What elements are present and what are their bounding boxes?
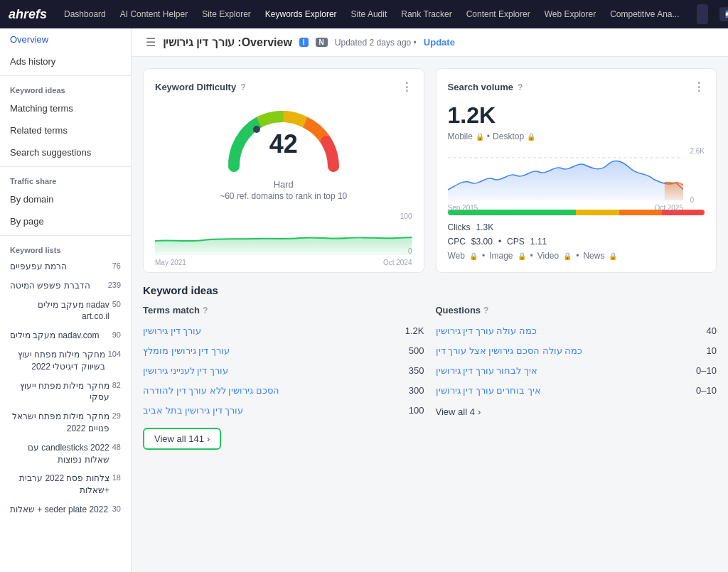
lock-image: 🔒 [518,252,526,260]
list-item[interactable]: nadav.com מעקב מילים 90 [0,326,131,345]
list-item[interactable]: מחקר מילות מפתח יעוץ בשיווק דיגיטלי 2022… [0,345,131,377]
sidebar-item-by-domain[interactable]: By domain [0,188,131,210]
sidebar-item-overview[interactable]: Overview [0,28,131,50]
country-selector[interactable]: 🇮🇱 Israel ▾ [719,7,728,21]
list-item[interactable]: seder plate 2022 + שאלות 30 [0,500,131,519]
list-item[interactable]: מחקר מילות מפתח ישראל פנויים 2022 29 [0,407,131,438]
keyword-ideas-grid: Terms match ? עורך דין גירושין 1.2K עורך… [143,305,717,450]
sparkline-y-max: 100 [400,212,412,220]
cps-label: CPS [507,237,525,247]
ki-qcount-3: 0–10 [696,385,717,396]
main-layout: Overview Ads history Keyword ideas Match… [0,28,728,572]
ki-question-row: כמה עולה עורך דין גירושין 40 [436,321,717,341]
image-link[interactable]: Image [489,251,513,261]
cards-grid: Keyword Difficulty ? ⋮ [132,57,728,284]
sidebar-item-ads-history[interactable]: Ads history [0,50,131,72]
list-item[interactable]: הרמת עפעפיים 76 [0,257,131,276]
cpc-value: $3.00 [471,237,493,247]
view-all-questions-link[interactable]: View all 4 › [436,406,481,417]
view-all-questions-label: View all 4 [436,406,475,417]
logo: ahrefs [9,7,47,22]
sv-chart-y-min: 0 [690,196,705,204]
sv-serp-features: Web 🔒 • Image 🔒 • Video 🔒 • News 🔒 [448,251,705,261]
ki-question-3[interactable]: איך בוחרים עורך דין גירושין [436,385,541,396]
kd-sublabel: ~60 ref. domains to rank in top 10 [220,191,347,201]
updated-text: Updated 2 days ago • [335,38,417,48]
news-link[interactable]: News [583,251,604,261]
ki-term-4[interactable]: עורך דין גירושין בתל אביב [143,405,243,416]
sv-chart: 2.6K 0 [448,147,705,204]
kd-gauge-container: 42 Hard ~60 ref. domains to rank in top … [155,102,412,255]
sv-chart-svg [448,147,684,204]
nav-keywords-explorer[interactable]: Keywords Explorer [259,6,343,22]
questions-help-icon[interactable]: ? [483,306,488,315]
terms-match-title: Terms match ? [143,305,424,315]
nav-rank-tracker[interactable]: Rank Tracker [395,6,457,22]
ki-qcount-1: 10 [707,345,717,356]
ki-term-row: עורך דין גירושין 1.2K [143,321,424,341]
list-item[interactable]: candlesticks 2022 עם שאלות נפוצות 48 [0,438,131,470]
ki-term-row: עורך דין גירושין בתל אביב 100 [143,401,424,421]
sv-help-icon[interactable]: ? [518,82,523,92]
sv-sub-info: Mobile 🔒 • Desktop 🔒 [448,131,705,141]
nav-ai-content[interactable]: AI Content Helper [114,6,193,22]
nav-competitive-analysis[interactable]: Competitive Ana... [604,6,685,22]
sparkline-y-min: 0 [408,247,412,255]
lock-web: 🔒 [469,252,478,260]
ki-question-0[interactable]: כמה עולה עורך דין גירושין [436,325,537,336]
keyword-difficulty-card: Keyword Difficulty ? ⋮ [143,68,424,273]
terms-match-help-icon[interactable]: ? [203,306,208,315]
kd-help-icon[interactable]: ? [240,82,245,92]
update-link[interactable]: Update [424,37,455,48]
view-all-terms-label: View all 141 [154,433,204,444]
ki-question-2[interactable]: איך לבחור עורך דין גירושין [436,365,537,376]
sv-mobile-label: Mobile [448,131,473,141]
ki-term-1[interactable]: עורך דין גירושין מומלץ [143,345,230,356]
sv-clicks-row: Clicks 1.3K [448,222,705,232]
flag-icon: 🇮🇱 [725,9,728,19]
gauge-wrapper: 42 [220,102,348,173]
sv-desktop-label: Desktop [493,131,524,141]
sparkline-labels: May 2021 Oct 2024 [155,259,412,266]
sparkline-svg [155,212,412,255]
list-item[interactable]: הדברת פשפש המיטה 239 [0,276,131,296]
sidebar-item-search-suggestions[interactable]: Search suggestions [0,141,131,163]
ki-question-1[interactable]: כמה עולה הסכם גירושין אצל עורך דין [436,345,583,356]
nav-site-explorer[interactable]: Site Explorer [196,6,257,22]
badge-i: I [299,38,309,47]
nav-site-audit[interactable]: Site Audit [346,6,393,22]
clicks-label: Clicks [448,222,471,232]
sv-menu-icon[interactable]: ⋮ [693,80,705,94]
ki-term-row: הסכם גירושין ללא עורך דין להודרה 300 [143,381,424,401]
ki-term-0[interactable]: עורך דין גירושין [143,325,201,336]
list-item[interactable]: מחקר מילות מפתח ייעוץ עסקי 82 [0,377,131,408]
search-bar[interactable]: עורך דין גירושין [697,4,708,24]
ki-count-0: 1.2K [405,325,424,336]
search-volume-card: Search volume ? ⋮ 1.2K Mobile 🔒 • Deskto… [436,68,717,273]
nav-web-explorer[interactable]: Web Explorer [539,6,601,22]
ki-count-4: 100 [409,405,424,416]
view-all-terms-button[interactable]: View all 141 › [143,428,221,450]
badge-n: N [316,38,328,47]
sidebar-item-by-page[interactable]: By page [0,210,131,232]
sidebar-item-matching-terms[interactable]: Matching terms [0,97,131,119]
questions-column: Questions ? כמה עולה עורך דין גירושין 40… [436,305,717,450]
ki-term-3[interactable]: הסכם גירושין ללא עורך דין להודרה [143,385,279,396]
lock-icon-mobile: 🔒 [476,133,484,141]
terms-match-label: Terms match [143,305,200,315]
ki-term-2[interactable]: עורך דין לענייני גירושין [143,365,228,376]
kd-value: 42 [269,129,298,159]
sidebar: Overview Ads history Keyword ideas Match… [0,28,132,572]
list-item[interactable]: צלחות פסח 2022 ערבית +שאלות 18 [0,469,131,500]
web-link[interactable]: Web [448,251,465,261]
sidebar-item-related-terms[interactable]: Related terms [0,119,131,141]
kd-menu-icon[interactable]: ⋮ [401,80,412,94]
sidebar-divider-1 [0,75,131,76]
video-link[interactable]: Video [537,251,559,261]
hamburger-icon[interactable]: ☰ [146,36,156,49]
list-item[interactable]: nadav מעקב מילים art.co.il 50 [0,296,131,327]
nav-dashboard[interactable]: Dashboard [58,6,112,22]
questions-title: Questions ? [436,305,717,315]
sidebar-divider-3 [0,235,131,236]
nav-content-explorer[interactable]: Content Explorer [461,6,536,22]
